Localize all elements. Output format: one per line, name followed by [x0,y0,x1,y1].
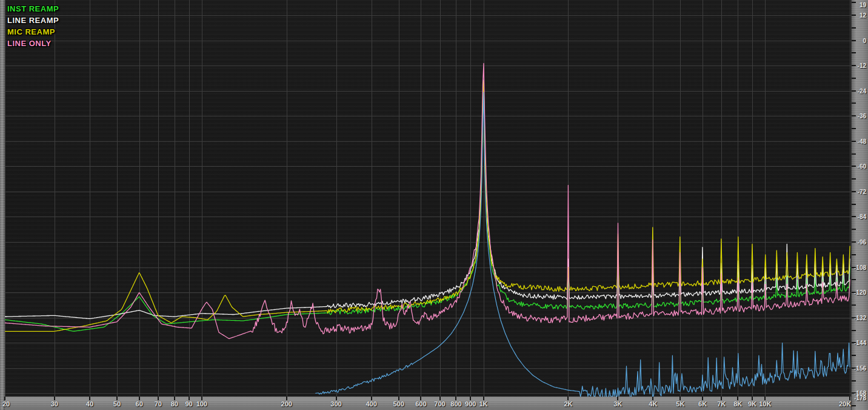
y-tick--126 [852,304,856,306]
left-bezel [0,0,5,410]
y-tick--90 [852,229,856,230]
x-axis-label-7K: 7K [717,400,726,408]
y-axis-label--12: -12 [852,62,866,69]
x-axis-label-30: 30 [51,400,58,408]
y-axis-label--84: -84 [852,213,866,220]
x-axis-label-3K: 3K [613,400,622,408]
y-axis-label--132: -132 [852,314,866,321]
x-axis-label-9K: 9K [748,400,756,408]
x-axis-label-400: 400 [366,400,376,408]
y-axis-label--96: -96 [852,239,866,246]
y-tick--150 [852,355,856,356]
y-tick--66 [852,178,856,180]
x-axis-label-800: 800 [450,400,461,408]
trace-unlabeled-blue [316,92,850,397]
x-axis-label-6K: 6K [698,400,707,408]
legend-item-inst-reamp[interactable]: INST REAMP [7,3,59,15]
y-tick--18 [852,78,856,79]
x-axis-label-600: 600 [415,400,426,408]
y-tick--138 [852,330,856,331]
plot-area[interactable] [0,0,851,397]
y-axis-label--178: -178 [852,395,866,402]
legend-item-mic-reamp[interactable]: MIC REAMP [7,26,59,38]
x-axis-label-10K: 10K [759,400,771,408]
y-axis-label--108: -108 [852,264,866,271]
y-tick--42 [852,128,856,129]
y-axis-label--36: -36 [852,113,866,119]
x-axis-label-40: 40 [86,400,93,408]
spectrum-analyzer-window: INST REAMPLINE REAMPMIC REAMPLINE ONLY 2… [0,0,868,410]
x-axis-label-200: 200 [281,400,292,408]
y-axis-label-19: 19 [852,2,866,8]
y-axis-label--156: -156 [852,365,866,371]
x-axis-label-500: 500 [393,400,404,408]
x-axis-label-5K: 5K [676,400,684,408]
legend: INST REAMPLINE REAMPMIC REAMPLINE ONLY [7,3,59,49]
legend-item-line-reamp[interactable]: LINE REAMP [7,15,59,26]
gridlines [0,0,851,397]
x-axis-label-50: 50 [113,400,121,408]
x-axis-label-20: 20 [2,400,10,408]
x-axis-label-300: 300 [330,400,341,408]
x-axis-label-70: 70 [155,400,162,408]
legend-item-line-only[interactable]: LINE ONLY [7,38,59,49]
trace-line-reamp [5,80,850,319]
y-axis-label--60: -60 [852,163,866,170]
y-axis-label--48: -48 [852,138,866,144]
trace-line-only [5,64,850,339]
y-tick--78 [852,204,856,205]
y-axis-strip [851,0,868,410]
y-tick--6 [852,52,856,53]
trace-mic-reamp [5,81,850,332]
x-axis-label-1K: 1K [479,400,487,408]
x-axis-label-700: 700 [434,400,445,408]
x-axis-label-60: 60 [136,400,143,408]
y-tick-6 [852,27,856,29]
x-axis-label-80: 80 [171,400,178,408]
y-axis-label-12: 12 [852,12,866,18]
y-axis-label--144: -144 [852,340,866,346]
x-axis-label-20K: 20K [839,400,851,408]
trace-inst-reamp [5,84,850,331]
y-axis-label--120: -120 [852,289,866,296]
y-tick--54 [852,153,856,155]
y-tick--102 [852,254,856,255]
x-axis-label-90: 90 [185,400,192,408]
x-axis-label-2K: 2K [564,400,572,408]
y-axis-label--72: -72 [852,188,866,195]
x-axis-label-900: 900 [465,400,476,408]
x-axis-label-4K: 4K [649,400,657,408]
y-tick--162 [852,380,856,381]
y-tick--174 [852,405,856,406]
y-axis-label-0: 0 [852,37,866,44]
y-tick--30 [852,102,856,104]
y-axis-label--24: -24 [852,87,866,94]
x-axis-label-100: 100 [196,400,207,408]
x-axis-label-8K: 8K [733,400,742,408]
y-tick--114 [852,279,856,280]
